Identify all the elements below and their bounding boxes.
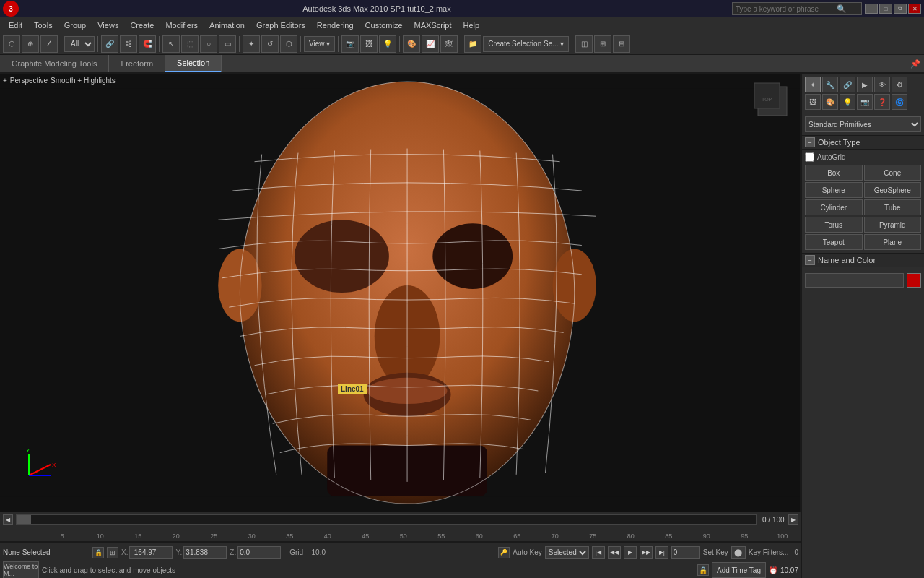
utilities-panel-icon[interactable]: ⚙ [892,77,907,92]
box-button[interactable]: Box [805,165,863,181]
tube-button[interactable]: Tube [864,199,922,215]
nav-cube[interactable]: TOP [751,79,794,123]
y-input[interactable] [183,546,227,559]
key-filters-label[interactable]: Key Filters... [749,548,789,556]
material-editor-button[interactable]: 🎨 [403,35,420,53]
torus-button[interactable]: Torus [805,217,863,233]
rotate-button[interactable]: ↺ [261,35,279,53]
object-name-input[interactable] [805,273,904,288]
spacewarp-panel-icon[interactable]: 🌀 [892,94,907,110]
viewport-shading[interactable]: Smooth + Highlights [51,77,116,85]
search-input[interactable] [736,5,837,13]
geosphere-button[interactable]: GeoSphere [864,182,922,198]
timeline-next-button[interactable]: ▶ [788,514,798,525]
scale-button[interactable]: ⬡ [280,35,297,53]
plane-button[interactable]: Plane [864,234,922,250]
select-button[interactable]: ↖ [162,35,180,53]
timeline-prev-button[interactable]: ◀ [3,514,13,525]
menu-edit[interactable]: Edit [3,20,28,31]
object-type-collapse[interactable]: − [805,137,815,147]
prev-key-btn[interactable]: ◀◀ [608,546,621,559]
name-color-collapse[interactable]: − [805,255,815,265]
menu-create[interactable]: Create [124,20,160,31]
tab-graphite-modeling[interactable]: Graphite Modeling Tools [0,55,109,72]
add-time-tag-btn[interactable]: Add Time Tag [712,562,766,578]
move-button[interactable]: ✦ [243,35,260,53]
autogrid-checkbox[interactable] [805,152,814,162]
menu-rendering[interactable]: Rendering [311,20,359,31]
menu-animation[interactable]: Animation [204,20,250,31]
align-button[interactable]: ⊟ [613,35,630,53]
link-button[interactable]: 🔗 [101,35,118,53]
z-input[interactable] [237,546,281,559]
material-panel-icon[interactable]: 🎨 [822,94,838,110]
menu-views[interactable]: Views [92,20,124,31]
maximize-button[interactable]: □ [879,4,892,14]
autokey-dropdown[interactable]: Selected [545,546,589,559]
schematic-view-button[interactable]: 🕸 [440,35,458,53]
select-circle-button[interactable]: ○ [200,35,217,53]
lock-selection-button[interactable]: 🔒 [92,547,104,558]
menu-graph-editors[interactable]: Graph Editors [250,20,311,31]
layer-manager-button[interactable]: 📁 [464,35,481,53]
next-frame-btn[interactable]: ▶| [655,546,668,559]
display-panel-icon[interactable]: 👁 [874,77,890,92]
menu-modifiers[interactable]: Modifiers [160,20,204,31]
close-button[interactable]: ✕ [908,4,921,14]
pin-icon[interactable]: 📌 [907,55,924,72]
array-button[interactable]: ⊞ [594,35,611,53]
viewport-perspective[interactable]: Perspective [10,77,48,85]
modify-panel-icon[interactable]: 🔧 [822,77,838,92]
filter-dropdown[interactable]: All [64,36,95,52]
search-box[interactable]: 🔍 [732,2,862,15]
camera-panel-icon[interactable]: 📷 [857,94,873,110]
teapot-button[interactable]: Teapot [805,234,863,250]
timeline-thumb[interactable] [17,515,31,524]
welcome-btn[interactable]: Welcome to M... [3,561,39,578]
quick-render-button[interactable]: 🖼 [360,35,378,53]
set-key-button[interactable]: ⬤ [731,546,746,559]
frame-input[interactable] [671,546,700,559]
render-panel-icon[interactable]: 🖼 [805,94,821,110]
object-type-header[interactable]: − Object Type [802,136,924,150]
viewport-lock-btn[interactable]: 🔒 [697,564,709,576]
grid-toggle-button[interactable]: ⊞ [107,547,118,558]
viewport[interactable]: + Perspective Smooth + Highlights [0,74,801,512]
tab-freeform[interactable]: Freeform [109,55,165,72]
cone-button[interactable]: Cone [864,165,922,181]
sphere-button[interactable]: Sphere [805,182,863,198]
bind-button[interactable]: 🧲 [139,35,156,53]
pyramid-button[interactable]: Pyramid [864,217,922,233]
tab-selection[interactable]: Selection [165,55,222,72]
cylinder-button[interactable]: Cylinder [805,199,863,215]
track-view-button[interactable]: 📈 [422,35,439,53]
menu-help[interactable]: Help [458,20,486,31]
viewport-plus[interactable]: + [3,77,7,85]
view-dropdown-btn[interactable]: View ▾ [304,36,335,52]
snap-angle-button[interactable]: ∠ [40,35,58,53]
minimize-button[interactable]: ─ [865,4,878,14]
primitives-select[interactable]: Standard Primitives Extended Primitives … [805,116,921,132]
light-panel-icon[interactable]: 💡 [840,94,855,110]
mirror-button[interactable]: ◫ [575,35,593,53]
render-setup-button[interactable]: 📷 [341,35,359,53]
active-shade-button[interactable]: 💡 [379,35,396,53]
play-btn[interactable]: ▶ [624,546,637,559]
select-region-button[interactable]: ⬚ [181,35,199,53]
snap-3d-button[interactable]: ⬡ [3,35,20,53]
hierarchy-panel-icon[interactable]: 🔗 [840,77,855,92]
menu-tools[interactable]: Tools [28,20,58,31]
unlink-button[interactable]: ⛓ [120,35,137,53]
snap-2d-button[interactable]: ⊕ [22,35,39,53]
name-color-header[interactable]: − Name and Color [802,254,924,267]
helper-panel-icon[interactable]: ❓ [874,94,890,110]
restore-button[interactable]: ⧉ [894,4,907,14]
color-swatch[interactable] [907,273,921,288]
create-panel-icon[interactable]: ✦ [805,77,821,92]
prev-frame-btn[interactable]: |◀ [592,546,605,559]
menu-maxscript[interactable]: MAXScript [409,20,458,31]
select-fence-button[interactable]: ▭ [219,35,236,53]
menu-group[interactable]: Group [58,20,92,31]
motion-panel-icon[interactable]: ▶ [857,77,873,92]
timeline-scrollbar[interactable] [16,514,757,525]
